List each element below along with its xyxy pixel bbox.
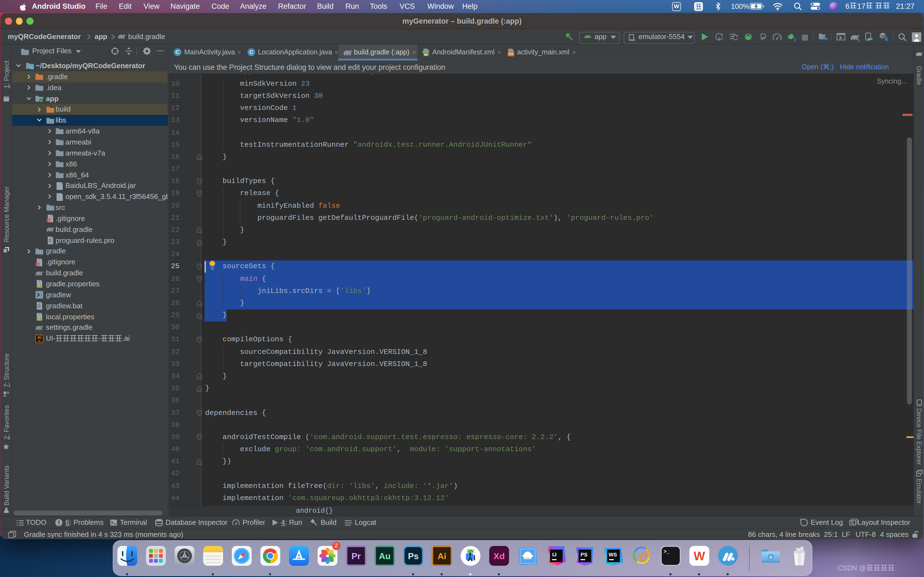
svg-text:Ai: Ai <box>437 551 446 561</box>
svg-text:>_: >_ <box>663 549 669 554</box>
svg-text:MF: MF <box>424 53 428 56</box>
svg-text:Pr: Pr <box>351 551 360 561</box>
svg-text:AI: AI <box>38 340 40 342</box>
svg-text:<>: <> <box>509 52 513 56</box>
svg-text:Ai: Ai <box>37 335 41 340</box>
svg-text:PS: PS <box>580 551 587 557</box>
svg-text:Ps: Ps <box>407 551 418 561</box>
svg-text:W: W <box>693 549 705 562</box>
svg-text:WS: WS <box>608 551 617 557</box>
svg-text:IJ: IJ <box>552 551 556 557</box>
svg-text:PxCook: PxCook <box>524 557 530 559</box>
svg-text:Xd: Xd <box>493 551 505 561</box>
svg-text:Au: Au <box>379 551 391 561</box>
